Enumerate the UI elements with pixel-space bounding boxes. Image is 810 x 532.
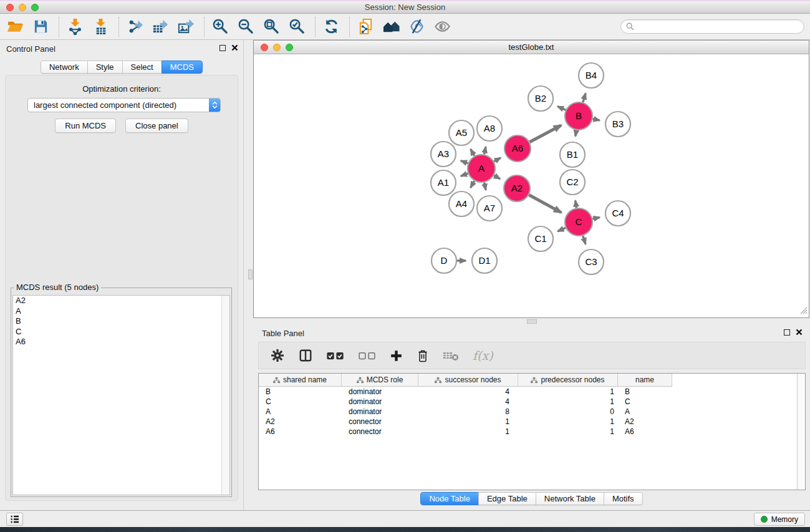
save-session-icon[interactable] bbox=[31, 17, 51, 37]
graph-edge-A-A2[interactable] bbox=[494, 175, 500, 179]
column-header-MCDS-role[interactable]: MCDS role bbox=[342, 374, 418, 387]
tab-edge-table[interactable]: Edge Table bbox=[478, 492, 536, 505]
tab-network[interactable]: Network bbox=[41, 60, 88, 74]
window-title: Session: New Session bbox=[0, 1, 810, 14]
show-panels-button[interactable] bbox=[6, 513, 23, 526]
tab-select[interactable]: Select bbox=[122, 60, 162, 74]
deselect-all-icon[interactable] bbox=[358, 351, 376, 360]
graph-node-label: A8 bbox=[484, 123, 495, 133]
table-row[interactable]: A6connector11A6 bbox=[259, 427, 805, 437]
table-cell: 4 bbox=[418, 397, 518, 406]
column-header-predecessor-nodes[interactable]: predecessor nodes bbox=[518, 374, 618, 387]
import-table-icon[interactable] bbox=[90, 17, 110, 37]
column-header-name[interactable]: name bbox=[618, 374, 672, 387]
table-row[interactable]: Adominator80A bbox=[259, 407, 805, 417]
gear-icon[interactable] bbox=[270, 348, 285, 363]
graph-edge-A6-B[interactable] bbox=[529, 125, 561, 142]
graph-edge-B-B3[interactable] bbox=[593, 119, 600, 120]
control-panel: Control Panel NetworkStyleSelectMCDS Opt… bbox=[0, 40, 244, 510]
close-panel-button[interactable]: Close panel bbox=[125, 118, 188, 133]
mcds-result-item[interactable]: B bbox=[13, 316, 229, 327]
mcds-result-item[interactable]: A bbox=[13, 306, 229, 317]
graph-edge-C-C3[interactable] bbox=[583, 236, 586, 244]
mcds-result-group: MCDS result (5 nodes) A2ABCA6 bbox=[11, 288, 232, 497]
column-header-shared-name[interactable]: shared name bbox=[259, 374, 342, 387]
graph-edge-C-C2[interactable] bbox=[576, 201, 577, 208]
select-all-icon[interactable] bbox=[326, 351, 344, 360]
graph-edge-A-A3[interactable] bbox=[461, 161, 468, 163]
table-row[interactable]: Bdominator41B bbox=[259, 387, 805, 397]
graph-edge-C-C4[interactable] bbox=[592, 218, 599, 220]
table-row[interactable]: Cdominator41C bbox=[259, 397, 805, 407]
tab-network-table[interactable]: Network Table bbox=[536, 492, 604, 505]
control-panel-header: Control Panel bbox=[0, 40, 243, 57]
export-image-icon[interactable] bbox=[176, 17, 196, 37]
net-close-icon[interactable] bbox=[261, 44, 268, 51]
open-session-icon[interactable] bbox=[5, 17, 25, 37]
zoom-selected-icon[interactable] bbox=[287, 17, 307, 37]
import-network-icon[interactable] bbox=[65, 17, 85, 37]
zoom-in-icon[interactable] bbox=[210, 17, 230, 37]
criterion-dropdown[interactable]: largest connected component (directed) bbox=[27, 98, 221, 112]
table-cell: 1 bbox=[418, 417, 518, 426]
splitter-handle-vertical[interactable] bbox=[248, 269, 253, 279]
delete-row-icon[interactable] bbox=[417, 349, 429, 362]
search-input[interactable] bbox=[637, 22, 799, 31]
minimize-window-icon[interactable] bbox=[19, 4, 26, 11]
search-box[interactable] bbox=[620, 19, 804, 34]
close-window-icon[interactable] bbox=[6, 4, 14, 11]
graph-edge-B-B4[interactable] bbox=[583, 94, 586, 102]
splitter-handle-horizontal[interactable] bbox=[527, 319, 537, 324]
add-row-icon[interactable] bbox=[390, 349, 403, 362]
tab-style[interactable]: Style bbox=[87, 60, 123, 74]
mcds-result-item[interactable]: A6 bbox=[13, 337, 229, 347]
graphics-details-icon[interactable] bbox=[407, 17, 427, 37]
column-type-icon bbox=[357, 377, 364, 384]
graph-node-label: C3 bbox=[585, 256, 597, 267]
graph-edge-A-A7[interactable] bbox=[485, 183, 486, 190]
mcds-result-item[interactable]: C bbox=[13, 327, 229, 337]
net-zoom-icon[interactable] bbox=[286, 44, 293, 51]
mcds-result-item[interactable]: A2 bbox=[13, 296, 229, 306]
table-cell: 1 bbox=[418, 427, 518, 436]
refresh-view-icon[interactable] bbox=[321, 17, 341, 37]
home-view-icon[interactable] bbox=[381, 17, 401, 37]
table-cell: 0 bbox=[518, 407, 618, 416]
table-row[interactable]: A2connector11A2 bbox=[259, 417, 805, 427]
graph-edge-A-A8[interactable] bbox=[485, 147, 486, 154]
mcds-result-list: A2ABCA6 bbox=[12, 295, 230, 495]
graph-node-label: A3 bbox=[438, 148, 449, 159]
column-header-successor-nodes[interactable]: successor nodes bbox=[418, 374, 518, 387]
status-bar: Memory bbox=[0, 510, 810, 527]
export-table-icon[interactable] bbox=[150, 17, 170, 37]
graph-edge-A-A5[interactable] bbox=[471, 149, 475, 156]
graph-edge-A2-C[interactable] bbox=[529, 195, 561, 213]
optimization-criterion-label: Optimization criterion: bbox=[6, 84, 238, 94]
network-from-clipboard-icon[interactable] bbox=[355, 17, 375, 37]
export-network-icon[interactable] bbox=[125, 17, 145, 37]
network-canvas[interactable]: B4B2BB3B1A5A8A6A3AA1A4A7A2C2CC4C1C3DD1 bbox=[254, 54, 809, 317]
float-table-panel-icon[interactable] bbox=[784, 329, 790, 336]
columns-icon[interactable] bbox=[299, 349, 312, 362]
graph-edge-C-C1[interactable] bbox=[557, 228, 566, 231]
graph-edge-A-A6[interactable] bbox=[494, 158, 501, 162]
tab-node-table[interactable]: Node Table bbox=[420, 492, 479, 505]
zoom-window-icon[interactable] bbox=[31, 4, 39, 11]
tab-motifs[interactable]: Motifs bbox=[604, 492, 643, 505]
graph-edge-B-B1[interactable] bbox=[576, 130, 577, 137]
zoom-fit-icon[interactable] bbox=[261, 17, 281, 37]
zoom-out-icon[interactable] bbox=[236, 17, 256, 37]
tab-mcds[interactable]: MCDS bbox=[162, 60, 203, 74]
table-scrollbar[interactable] bbox=[797, 374, 805, 490]
memory-button[interactable]: Memory bbox=[754, 513, 805, 526]
resize-grip-icon[interactable] bbox=[799, 306, 808, 316]
close-table-panel-icon[interactable] bbox=[796, 329, 803, 336]
graph-edge-A-A1[interactable] bbox=[461, 173, 468, 176]
net-minimize-icon[interactable] bbox=[273, 44, 281, 51]
mcds-list-scrollbar[interactable] bbox=[221, 296, 229, 495]
float-panel-icon[interactable] bbox=[219, 45, 226, 51]
graph-edge-A-A4[interactable] bbox=[471, 181, 475, 188]
run-mcds-button[interactable]: Run MCDS bbox=[55, 118, 116, 133]
close-panel-icon[interactable] bbox=[231, 44, 238, 51]
graph-edge-B-B2[interactable] bbox=[557, 107, 566, 110]
